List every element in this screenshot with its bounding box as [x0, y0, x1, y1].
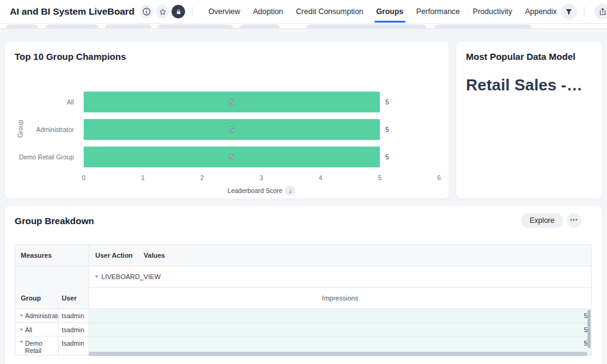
- table-row-user-cell[interactable]: tsadmin: [59, 309, 89, 323]
- share-icon[interactable]: [595, 4, 607, 20]
- table-title: Group Breakdown: [15, 216, 94, 226]
- group-breakdown-table: Measures User Action Values Group User ▾…: [15, 244, 592, 355]
- tab-bar: Overview Adoption Credit Consumption Gro…: [208, 6, 558, 17]
- table-row-group-cell[interactable]: ▾ All: [15, 323, 59, 337]
- clipped-filter-chip[interactable]: [307, 24, 426, 28]
- table-row-user-cell[interactable]: tsadmin: [59, 337, 89, 355]
- x-axis-label: Leaderboard Score: [228, 187, 283, 194]
- bar[interactable]: 5: [84, 92, 380, 112]
- values-header: Values: [144, 252, 165, 259]
- tab-performance[interactable]: Performance: [416, 6, 461, 17]
- collapse-caret-icon[interactable]: ▾: [20, 340, 23, 344]
- bar-row: All55: [5, 92, 449, 112]
- bar-data-label: 5: [230, 126, 233, 133]
- x-axis-ticks: 0123456: [84, 173, 439, 182]
- card-most-popular-data-model: Most Popular Data Model Retail Sales -…: [456, 42, 602, 198]
- x-axis-tick-label: 5: [378, 173, 382, 182]
- bar-value-label: 5: [385, 153, 389, 161]
- x-axis-tick-label: 2: [200, 173, 204, 182]
- clipped-filter-chip[interactable]: [6, 24, 38, 28]
- bar-track: 55: [84, 119, 439, 140]
- table-row-value-cell[interactable]: 5: [89, 309, 592, 323]
- tab-appendix[interactable]: Appendix: [525, 6, 558, 17]
- title-icon-group: [140, 5, 185, 18]
- sort-descending-icon[interactable]: ↓: [285, 186, 295, 195]
- clipped-filter-chip[interactable]: [435, 24, 531, 28]
- vertical-scrollbar[interactable]: [587, 310, 591, 348]
- x-axis-tick-label: 6: [437, 173, 441, 182]
- group-user-header-cell: Group User: [15, 266, 89, 309]
- clipped-filter-chip[interactable]: [157, 24, 233, 28]
- bar-data-label: 5: [230, 98, 233, 106]
- card-top-10-group-champions: Top 10 Group Champions Group All55Admini…: [5, 42, 449, 198]
- user-header: User: [62, 294, 76, 302]
- collapse-caret-icon[interactable]: ▾: [95, 274, 98, 279]
- header-divider: [192, 6, 192, 17]
- actions-divider: [584, 6, 584, 17]
- x-axis-tick-label: 3: [260, 173, 263, 182]
- bar-value-label: 5: [385, 98, 389, 106]
- kpi-value[interactable]: Retail Sales -…: [466, 76, 583, 95]
- bar-category-label: Demo Retail Group: [5, 147, 79, 167]
- table-row-group-cell[interactable]: ▾ Demo Retail Group: [15, 337, 59, 355]
- x-axis-label-row: Leaderboard Score ↓: [84, 186, 439, 195]
- bar-row: Administrator55: [5, 119, 449, 140]
- kpi-title: Most Popular Data Model: [466, 51, 575, 62]
- impressions-header-cell: Impressions: [89, 288, 592, 309]
- chart-title: Top 10 Group Champions: [15, 51, 126, 62]
- explore-button[interactable]: Explore: [521, 213, 563, 228]
- x-axis-tick-label: 0: [82, 173, 85, 182]
- bar-track: 55: [84, 92, 439, 112]
- bar-track: 55: [84, 147, 439, 167]
- measures-header-cell: Measures: [15, 245, 89, 266]
- user-action-header: User Action: [95, 252, 133, 259]
- bar-value-label: 5: [385, 126, 389, 133]
- clipped-filter-chip[interactable]: [105, 24, 151, 28]
- header-actions: ⋯: [558, 4, 607, 20]
- bar[interactable]: 5: [84, 119, 380, 140]
- lock-icon[interactable]: [172, 5, 185, 18]
- table-row-value-cell[interactable]: 5: [89, 323, 592, 337]
- group-header: Group: [21, 294, 41, 302]
- table-row-user-cell[interactable]: tsadmin: [59, 323, 89, 337]
- horizontal-scrollbar[interactable]: [89, 352, 587, 356]
- bar-row: Demo Retail Group55: [5, 147, 449, 167]
- column-headers-cell: User Action Values: [89, 245, 592, 266]
- clipped-filter-chip[interactable]: [45, 24, 99, 28]
- liveboard-title: AI and BI System LiveBoard: [10, 6, 134, 17]
- user-action-value: LIVEBOARD_VIEW: [101, 273, 161, 280]
- card-more-icon[interactable]: ⋯: [567, 213, 581, 228]
- x-axis-tick-label: 1: [141, 173, 145, 182]
- tab-groups[interactable]: Groups: [376, 6, 404, 17]
- bar[interactable]: 5: [84, 147, 380, 167]
- tab-productivity[interactable]: Productivity: [472, 6, 513, 17]
- bar-category-label: Administrator: [5, 119, 79, 140]
- clipped-filter-chip[interactable]: [239, 24, 280, 28]
- table-row-group-cell[interactable]: ▾ Administrator: [15, 309, 59, 323]
- liveboard-view-cell[interactable]: ▾ LIVEBOARD_VIEW: [89, 266, 592, 288]
- filter-chip-strip: [0, 23, 607, 28]
- tab-adoption[interactable]: Adoption: [252, 6, 283, 17]
- bar-category-label: All: [5, 92, 79, 112]
- liveboard-header: AI and BI System LiveBoard Overview Adop…: [0, 0, 607, 24]
- bar-data-label: 5: [230, 153, 233, 161]
- info-icon[interactable]: [140, 5, 153, 18]
- card-group-breakdown: Group Breakdown Explore ⋯ Measures User …: [5, 206, 602, 364]
- filter-icon[interactable]: [561, 4, 577, 20]
- tab-overview[interactable]: Overview: [208, 6, 241, 17]
- collapse-caret-icon[interactable]: ▾: [20, 313, 23, 318]
- collapse-caret-icon[interactable]: ▾: [20, 327, 23, 332]
- x-axis-tick-label: 4: [319, 173, 322, 182]
- tab-credit-consumption[interactable]: Credit Consumption: [296, 6, 364, 17]
- star-icon[interactable]: [156, 5, 169, 18]
